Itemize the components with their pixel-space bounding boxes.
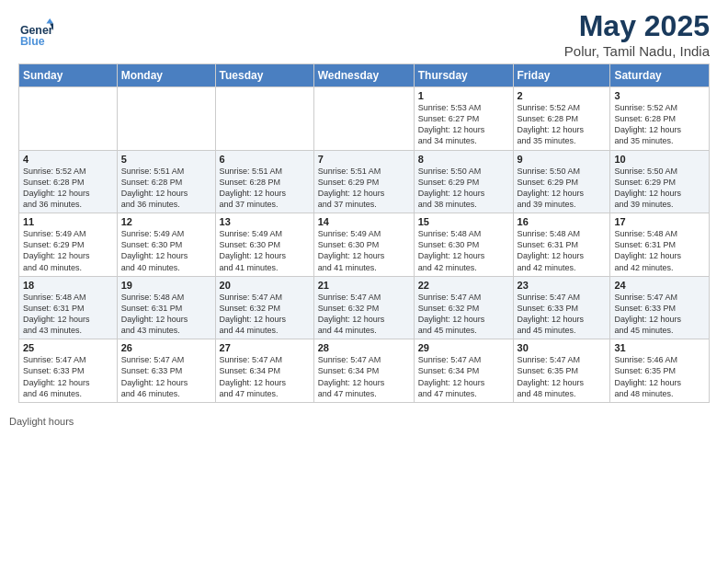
calendar-cell: 30Sunrise: 5:47 AMSunset: 6:35 PMDayligh… bbox=[513, 339, 610, 403]
day-number: 5 bbox=[121, 154, 211, 165]
day-number: 18 bbox=[23, 280, 113, 291]
calendar-cell: 23Sunrise: 5:47 AMSunset: 6:33 PMDayligh… bbox=[513, 276, 610, 339]
calendar-cell bbox=[19, 87, 118, 151]
calendar-cell: 28Sunrise: 5:47 AMSunset: 6:34 PMDayligh… bbox=[313, 339, 414, 403]
calendar-header-saturday: Saturday bbox=[610, 64, 710, 87]
day-info: Sunrise: 5:47 AMSunset: 6:34 PMDaylight:… bbox=[220, 354, 310, 399]
day-info: Sunrise: 5:47 AMSunset: 6:32 PMDaylight:… bbox=[220, 292, 310, 337]
day-info: Sunrise: 5:49 AMSunset: 6:30 PMDaylight:… bbox=[318, 228, 410, 273]
calendar-cell: 16Sunrise: 5:48 AMSunset: 6:31 PMDayligh… bbox=[513, 213, 610, 277]
day-number: 8 bbox=[418, 154, 509, 165]
day-number: 26 bbox=[121, 342, 211, 353]
day-number: 30 bbox=[518, 342, 607, 353]
header: General Blue May 2025 Polur, Tamil Nadu,… bbox=[0, 0, 728, 63]
calendar-header-sunday: Sunday bbox=[19, 64, 118, 87]
calendar-cell: 29Sunrise: 5:47 AMSunset: 6:34 PMDayligh… bbox=[414, 339, 513, 403]
calendar-cell: 6Sunrise: 5:51 AMSunset: 6:28 PMDaylight… bbox=[215, 150, 313, 213]
day-number: 21 bbox=[318, 280, 410, 291]
day-number: 14 bbox=[318, 216, 410, 227]
svg-text:Blue: Blue bbox=[20, 35, 45, 48]
day-info: Sunrise: 5:48 AMSunset: 6:31 PMDaylight:… bbox=[121, 292, 211, 337]
day-info: Sunrise: 5:47 AMSunset: 6:32 PMDaylight:… bbox=[318, 292, 410, 337]
day-info: Sunrise: 5:47 AMSunset: 6:35 PMDaylight:… bbox=[518, 354, 607, 399]
calendar-header-friday: Friday bbox=[513, 64, 610, 87]
day-number: 15 bbox=[418, 216, 509, 227]
day-info: Sunrise: 5:47 AMSunset: 6:33 PMDaylight:… bbox=[23, 354, 113, 399]
calendar-cell: 22Sunrise: 5:47 AMSunset: 6:32 PMDayligh… bbox=[414, 276, 513, 339]
day-info: Sunrise: 5:51 AMSunset: 6:28 PMDaylight:… bbox=[220, 166, 310, 211]
day-number: 25 bbox=[23, 342, 113, 353]
calendar-cell: 12Sunrise: 5:49 AMSunset: 6:30 PMDayligh… bbox=[117, 213, 215, 277]
calendar-cell: 10Sunrise: 5:50 AMSunset: 6:29 PMDayligh… bbox=[610, 150, 710, 213]
day-info: Sunrise: 5:47 AMSunset: 6:34 PMDaylight:… bbox=[318, 354, 410, 399]
day-number: 19 bbox=[121, 280, 211, 291]
calendar-cell: 11Sunrise: 5:49 AMSunset: 6:29 PMDayligh… bbox=[19, 213, 118, 277]
day-number: 7 bbox=[318, 154, 410, 165]
calendar-week-row: 11Sunrise: 5:49 AMSunset: 6:29 PMDayligh… bbox=[19, 213, 710, 277]
day-number: 1 bbox=[418, 90, 509, 101]
calendar-cell: 21Sunrise: 5:47 AMSunset: 6:32 PMDayligh… bbox=[313, 276, 414, 339]
calendar-week-row: 18Sunrise: 5:48 AMSunset: 6:31 PMDayligh… bbox=[19, 276, 710, 339]
day-info: Sunrise: 5:47 AMSunset: 6:33 PMDaylight:… bbox=[121, 354, 211, 399]
page-container: General Blue May 2025 Polur, Tamil Nadu,… bbox=[0, 0, 728, 563]
day-number: 31 bbox=[614, 342, 705, 353]
day-info: Sunrise: 5:48 AMSunset: 6:30 PMDaylight:… bbox=[418, 228, 509, 273]
calendar-cell: 15Sunrise: 5:48 AMSunset: 6:30 PMDayligh… bbox=[414, 213, 513, 277]
day-number: 27 bbox=[220, 342, 310, 353]
logo: General Blue bbox=[18, 17, 53, 52]
day-info: Sunrise: 5:49 AMSunset: 6:29 PMDaylight:… bbox=[23, 228, 113, 273]
day-info: Sunrise: 5:50 AMSunset: 6:29 PMDaylight:… bbox=[418, 166, 509, 211]
day-number: 6 bbox=[220, 154, 310, 165]
footer-text: Daylight hours bbox=[9, 416, 74, 427]
calendar-cell: 20Sunrise: 5:47 AMSunset: 6:32 PMDayligh… bbox=[215, 276, 313, 339]
day-info: Sunrise: 5:52 AMSunset: 6:28 PMDaylight:… bbox=[23, 166, 113, 211]
calendar-cell: 26Sunrise: 5:47 AMSunset: 6:33 PMDayligh… bbox=[117, 339, 215, 403]
day-number: 22 bbox=[418, 280, 509, 291]
day-info: Sunrise: 5:49 AMSunset: 6:30 PMDaylight:… bbox=[121, 228, 211, 273]
day-info: Sunrise: 5:50 AMSunset: 6:29 PMDaylight:… bbox=[518, 166, 607, 211]
day-info: Sunrise: 5:48 AMSunset: 6:31 PMDaylight:… bbox=[518, 228, 607, 273]
calendar-cell: 25Sunrise: 5:47 AMSunset: 6:33 PMDayligh… bbox=[19, 339, 118, 403]
day-number: 9 bbox=[518, 154, 607, 165]
day-info: Sunrise: 5:48 AMSunset: 6:31 PMDaylight:… bbox=[23, 292, 113, 337]
svg-marker-2 bbox=[46, 18, 53, 24]
calendar-wrap: SundayMondayTuesdayWednesdayThursdayFrid… bbox=[0, 63, 728, 412]
main-title: May 2025 bbox=[564, 9, 710, 43]
title-block: May 2025 Polur, Tamil Nadu, India bbox=[564, 9, 710, 59]
day-info: Sunrise: 5:53 AMSunset: 6:27 PMDaylight:… bbox=[418, 102, 509, 147]
day-number: 13 bbox=[220, 216, 310, 227]
calendar-cell: 14Sunrise: 5:49 AMSunset: 6:30 PMDayligh… bbox=[313, 213, 414, 277]
calendar-cell: 31Sunrise: 5:46 AMSunset: 6:35 PMDayligh… bbox=[610, 339, 710, 403]
day-number: 23 bbox=[518, 280, 607, 291]
day-number: 29 bbox=[418, 342, 509, 353]
day-info: Sunrise: 5:49 AMSunset: 6:30 PMDaylight:… bbox=[220, 228, 310, 273]
calendar-cell: 4Sunrise: 5:52 AMSunset: 6:28 PMDaylight… bbox=[19, 150, 118, 213]
footer: Daylight hours bbox=[0, 412, 728, 431]
calendar-cell: 7Sunrise: 5:51 AMSunset: 6:29 PMDaylight… bbox=[313, 150, 414, 213]
calendar-cell: 8Sunrise: 5:50 AMSunset: 6:29 PMDaylight… bbox=[414, 150, 513, 213]
day-number: 17 bbox=[614, 216, 705, 227]
calendar-week-row: 25Sunrise: 5:47 AMSunset: 6:33 PMDayligh… bbox=[19, 339, 710, 403]
calendar-header-row: SundayMondayTuesdayWednesdayThursdayFrid… bbox=[19, 64, 710, 87]
day-info: Sunrise: 5:47 AMSunset: 6:32 PMDaylight:… bbox=[418, 292, 509, 337]
day-info: Sunrise: 5:52 AMSunset: 6:28 PMDaylight:… bbox=[614, 102, 705, 147]
day-info: Sunrise: 5:50 AMSunset: 6:29 PMDaylight:… bbox=[614, 166, 705, 211]
calendar-cell: 18Sunrise: 5:48 AMSunset: 6:31 PMDayligh… bbox=[19, 276, 118, 339]
calendar-week-row: 4Sunrise: 5:52 AMSunset: 6:28 PMDaylight… bbox=[19, 150, 710, 213]
calendar-header-monday: Monday bbox=[117, 64, 215, 87]
day-info: Sunrise: 5:48 AMSunset: 6:31 PMDaylight:… bbox=[614, 228, 705, 273]
day-info: Sunrise: 5:46 AMSunset: 6:35 PMDaylight:… bbox=[614, 354, 705, 399]
calendar-cell: 5Sunrise: 5:51 AMSunset: 6:28 PMDaylight… bbox=[117, 150, 215, 213]
day-info: Sunrise: 5:47 AMSunset: 6:34 PMDaylight:… bbox=[418, 354, 509, 399]
day-number: 28 bbox=[318, 342, 410, 353]
day-number: 2 bbox=[518, 90, 607, 101]
calendar-week-row: 1Sunrise: 5:53 AMSunset: 6:27 PMDaylight… bbox=[19, 87, 710, 151]
day-number: 20 bbox=[220, 280, 310, 291]
calendar-table: SundayMondayTuesdayWednesdayThursdayFrid… bbox=[18, 63, 710, 403]
day-number: 16 bbox=[518, 216, 607, 227]
calendar-cell: 1Sunrise: 5:53 AMSunset: 6:27 PMDaylight… bbox=[414, 87, 513, 151]
calendar-cell: 3Sunrise: 5:52 AMSunset: 6:28 PMDaylight… bbox=[610, 87, 710, 151]
day-number: 12 bbox=[121, 216, 211, 227]
day-info: Sunrise: 5:52 AMSunset: 6:28 PMDaylight:… bbox=[518, 102, 607, 147]
day-number: 24 bbox=[614, 280, 705, 291]
